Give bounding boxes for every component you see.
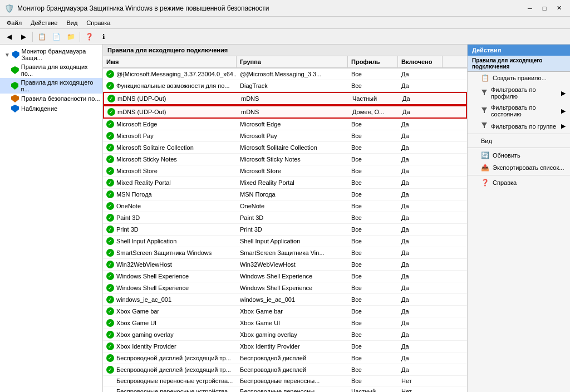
table-row[interactable]: ✓Xbox gaming overlayXbox gaming overlayВ… xyxy=(103,329,467,341)
action-filter-state[interactable]: Фильтровать по состоянию ▶ xyxy=(468,102,570,120)
green-check-icon: ✓ xyxy=(106,366,114,374)
action-view[interactable]: Вид xyxy=(468,135,570,146)
col-enabled[interactable]: Включено xyxy=(398,56,443,67)
row-name-text: Microsoft Edge xyxy=(116,121,157,128)
toolbar-btn-2[interactable]: 📄 xyxy=(50,31,63,43)
cell-enabled: Да xyxy=(398,130,443,141)
green-check-icon: ✓ xyxy=(106,284,114,292)
green-check-icon: ✓ xyxy=(106,354,114,362)
toolbar-btn-help[interactable]: ❓ xyxy=(82,31,96,43)
cell-enabled: Да xyxy=(398,259,443,270)
close-button[interactable]: ✕ xyxy=(552,3,566,14)
action-create-rule[interactable]: 📋 Создать правило... xyxy=(468,72,570,84)
action-help[interactable]: ❓ Справка xyxy=(468,177,570,189)
cell-enabled: Да xyxy=(398,165,443,177)
cell-name: ✓Microsoft Store xyxy=(103,165,237,177)
cell-group: OneNote xyxy=(237,200,348,212)
tree-item-outbound[interactable]: Правила для исходящего п... xyxy=(0,78,102,94)
menu-file[interactable]: Файл xyxy=(2,18,26,27)
cell-group: Windows Shell Experience xyxy=(237,282,348,293)
svg-marker-0 xyxy=(481,90,487,95)
shield-blue-icon-2 xyxy=(11,105,19,112)
table-row[interactable]: ✓Microsoft EdgeMicrosoft EdgeВсеДа xyxy=(103,119,467,130)
table-row[interactable]: ✓Xbox Game barXbox Game barВсеДа xyxy=(103,306,467,317)
table-row[interactable]: Беспроводные переносные устройства...Бес… xyxy=(103,376,467,386)
cell-enabled: Да xyxy=(398,119,443,130)
toolbar-btn-3[interactable]: 📁 xyxy=(64,31,77,43)
tree-item-security[interactable]: Правила безопасности по... xyxy=(0,94,102,104)
table-row[interactable]: ✓Microsoft Sticky NotesMicrosoft Sticky … xyxy=(103,154,467,165)
cell-name: ✓Microsoft Sticky Notes xyxy=(103,154,237,165)
table-row[interactable]: ✓Xbox Game UIXbox Game UIВсеДа xyxy=(103,317,467,329)
table-row[interactable]: ✓Microsoft PayMicrosoft PayВсеДа xyxy=(103,130,467,142)
cell-profile: Все xyxy=(348,294,398,305)
table-row[interactable]: ✓Shell Input ApplicationShell Input Appl… xyxy=(103,236,467,247)
table-row[interactable]: ✓Xbox Identity ProviderXbox Identity Pro… xyxy=(103,341,467,352)
cell-group: Microsoft Store xyxy=(237,165,348,177)
table-row[interactable]: ✓Microsoft Solitaire CollectionMicrosoft… xyxy=(103,142,467,154)
row-name-text: @{Microsoft.Messaging_3.37.23004.0_x64..… xyxy=(116,71,237,77)
green-check-icon: ✓ xyxy=(106,226,114,233)
shield-orange-icon xyxy=(11,95,19,102)
cell-group: Беспроводной дисплей xyxy=(237,364,348,375)
col-group[interactable]: Группа xyxy=(237,56,348,67)
table-row[interactable]: ✓Функциональные возможности для по...Dia… xyxy=(103,80,467,92)
cell-enabled: Да xyxy=(398,189,443,200)
menu-action[interactable]: Действие xyxy=(26,18,62,27)
back-button[interactable]: ◀ xyxy=(2,31,16,43)
table-row[interactable]: ✓mDNS (UDP-Out)mDNSДомен, О...Да xyxy=(103,105,467,119)
cell-profile: Все xyxy=(348,68,398,80)
tree-item-root[interactable]: ▼ Монитор брандмауэра Защи... xyxy=(0,47,102,62)
cell-group: Xbox Game bar xyxy=(237,306,348,317)
table-row[interactable]: ✓Беспроводной дисплей (исходящий тр...Бе… xyxy=(103,352,467,364)
shield-green-icon-2 xyxy=(11,82,18,90)
panel-header: Правила для исходящего подключения xyxy=(103,45,467,56)
table-row[interactable]: ✓SmartScreen Защитника WindowsSmartScree… xyxy=(103,247,467,259)
table-row[interactable]: ✓Win32WebViewHostWin32WebViewHostВсеДа xyxy=(103,259,467,271)
table-row[interactable]: Беспроводные переносные устройства...Бес… xyxy=(103,386,467,392)
table-row[interactable]: ✓MSN ПогодаMSN ПогодаВсеДа xyxy=(103,189,467,200)
row-name-text: MSN Погода xyxy=(116,191,152,198)
cell-profile: Все xyxy=(348,212,398,223)
action-filter-group[interactable]: Фильтровать по группе ▶ xyxy=(468,120,570,133)
cell-enabled: Да xyxy=(398,317,443,329)
cell-enabled: Да xyxy=(398,177,443,188)
col-profile[interactable]: Профиль xyxy=(348,56,398,67)
table-row[interactable]: ✓@{Microsoft.Messaging_3.37.23004.0_x64.… xyxy=(103,68,467,80)
table-row[interactable]: ✓OneNoteOneNoteВсеДа xyxy=(103,200,467,212)
table-row[interactable]: ✓Windows Shell ExperienceWindows Shell E… xyxy=(103,282,467,294)
cell-profile: Частный xyxy=(349,93,399,104)
forward-button[interactable]: ▶ xyxy=(17,31,30,43)
action-refresh[interactable]: 🔄 Обновить xyxy=(468,149,570,161)
cell-group: mDNS xyxy=(238,106,349,117)
toolbar-btn-info[interactable]: ℹ xyxy=(97,31,110,43)
table-row[interactable]: ✓Microsoft StoreMicrosoft StoreВсеДа xyxy=(103,165,467,177)
tree-item-monitoring[interactable]: Наблюдение xyxy=(0,104,102,114)
table-row[interactable]: ✓Беспроводной дисплей (исходящий тр...Бе… xyxy=(103,364,467,376)
maximize-button[interactable]: □ xyxy=(538,3,551,14)
toolbar-btn-1[interactable]: 📋 xyxy=(35,31,48,43)
green-check-icon: ✓ xyxy=(106,82,114,90)
cell-group: Xbox Identity Provider xyxy=(237,341,348,352)
action-export[interactable]: 📤 Экспортировать список... xyxy=(468,161,570,174)
cell-name: ✓OneNote xyxy=(103,200,237,212)
cell-name: ✓Mixed Reality Portal xyxy=(103,177,237,188)
table-row[interactable]: ✓Windows Shell ExperienceWindows Shell E… xyxy=(103,271,467,282)
action-filter-profile[interactable]: Фильтровать по профилю ▶ xyxy=(468,84,570,102)
tree-label-inbound: Правила для входящих по... xyxy=(21,63,100,77)
menu-view[interactable]: Вид xyxy=(62,18,82,27)
table-row[interactable]: ✓mDNS (UDP-Out)mDNSЧастныйДа xyxy=(103,92,467,105)
table-row[interactable]: ✓windows_ie_ac_001windows_ie_ac_001ВсеДа xyxy=(103,294,467,306)
action-filter-group-label: Фильтровать по группе xyxy=(491,123,556,130)
green-check-icon: ✓ xyxy=(106,319,114,327)
table-row[interactable]: ✓Print 3DPrint 3DВсеДа xyxy=(103,224,467,236)
col-name[interactable]: Имя xyxy=(103,56,237,67)
cell-enabled: Да xyxy=(398,271,443,282)
table-row[interactable]: ✓Mixed Reality PortalMixed Reality Porta… xyxy=(103,177,467,189)
minimize-button[interactable]: ─ xyxy=(523,3,537,14)
table-row[interactable]: ✓Paint 3DPaint 3DВсеДа xyxy=(103,212,467,224)
row-name-text: mDNS (UDP-Out) xyxy=(117,109,166,115)
green-check-icon: ✓ xyxy=(106,331,114,339)
menu-help[interactable]: Справка xyxy=(82,18,115,27)
tree-item-inbound[interactable]: Правила для входящих по... xyxy=(0,62,102,78)
